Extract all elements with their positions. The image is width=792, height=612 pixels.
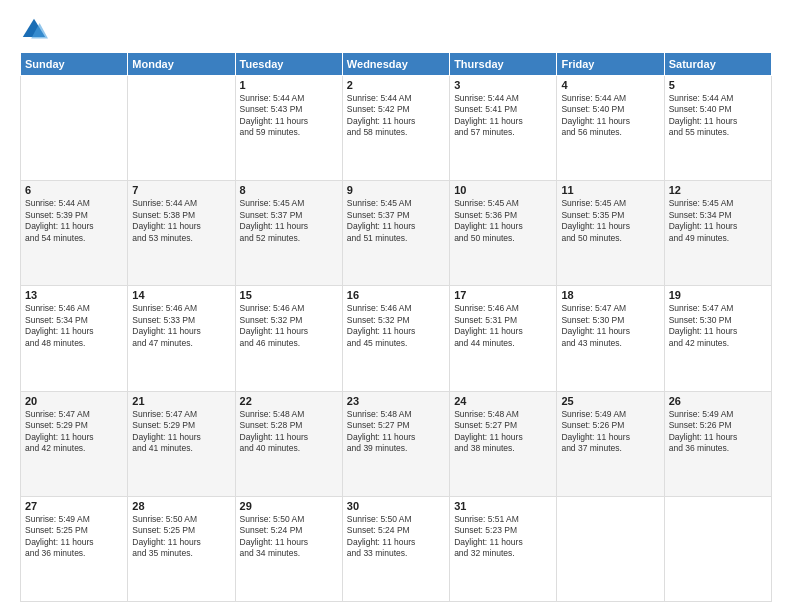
calendar-cell: 9Sunrise: 5:45 AM Sunset: 5:37 PM Daylig…	[342, 181, 449, 286]
day-number: 6	[25, 184, 123, 196]
calendar-cell: 1Sunrise: 5:44 AM Sunset: 5:43 PM Daylig…	[235, 76, 342, 181]
day-number: 19	[669, 289, 767, 301]
calendar-cell: 19Sunrise: 5:47 AM Sunset: 5:30 PM Dayli…	[664, 286, 771, 391]
day-info: Sunrise: 5:47 AM Sunset: 5:30 PM Dayligh…	[669, 303, 767, 349]
day-info: Sunrise: 5:48 AM Sunset: 5:27 PM Dayligh…	[454, 409, 552, 455]
calendar-cell: 27Sunrise: 5:49 AM Sunset: 5:25 PM Dayli…	[21, 496, 128, 601]
day-number: 17	[454, 289, 552, 301]
day-number: 20	[25, 395, 123, 407]
header	[20, 16, 772, 44]
day-info: Sunrise: 5:47 AM Sunset: 5:29 PM Dayligh…	[25, 409, 123, 455]
calendar-cell: 22Sunrise: 5:48 AM Sunset: 5:28 PM Dayli…	[235, 391, 342, 496]
day-number: 29	[240, 500, 338, 512]
calendar-cell: 11Sunrise: 5:45 AM Sunset: 5:35 PM Dayli…	[557, 181, 664, 286]
day-number: 15	[240, 289, 338, 301]
header-wednesday: Wednesday	[342, 53, 449, 76]
calendar-cell	[21, 76, 128, 181]
day-number: 9	[347, 184, 445, 196]
calendar-cell: 3Sunrise: 5:44 AM Sunset: 5:41 PM Daylig…	[450, 76, 557, 181]
day-number: 21	[132, 395, 230, 407]
day-info: Sunrise: 5:44 AM Sunset: 5:42 PM Dayligh…	[347, 93, 445, 139]
day-number: 24	[454, 395, 552, 407]
calendar-cell: 15Sunrise: 5:46 AM Sunset: 5:32 PM Dayli…	[235, 286, 342, 391]
calendar-cell: 2Sunrise: 5:44 AM Sunset: 5:42 PM Daylig…	[342, 76, 449, 181]
calendar-header: SundayMondayTuesdayWednesdayThursdayFrid…	[21, 53, 772, 76]
day-number: 23	[347, 395, 445, 407]
day-number: 30	[347, 500, 445, 512]
day-number: 7	[132, 184, 230, 196]
day-info: Sunrise: 5:45 AM Sunset: 5:37 PM Dayligh…	[240, 198, 338, 244]
day-info: Sunrise: 5:48 AM Sunset: 5:27 PM Dayligh…	[347, 409, 445, 455]
calendar-cell: 7Sunrise: 5:44 AM Sunset: 5:38 PM Daylig…	[128, 181, 235, 286]
header-saturday: Saturday	[664, 53, 771, 76]
day-info: Sunrise: 5:44 AM Sunset: 5:39 PM Dayligh…	[25, 198, 123, 244]
calendar-cell: 21Sunrise: 5:47 AM Sunset: 5:29 PM Dayli…	[128, 391, 235, 496]
day-info: Sunrise: 5:51 AM Sunset: 5:23 PM Dayligh…	[454, 514, 552, 560]
day-number: 22	[240, 395, 338, 407]
header-sunday: Sunday	[21, 53, 128, 76]
day-number: 26	[669, 395, 767, 407]
week-row-1: 6Sunrise: 5:44 AM Sunset: 5:39 PM Daylig…	[21, 181, 772, 286]
day-number: 4	[561, 79, 659, 91]
day-info: Sunrise: 5:45 AM Sunset: 5:37 PM Dayligh…	[347, 198, 445, 244]
day-info: Sunrise: 5:45 AM Sunset: 5:35 PM Dayligh…	[561, 198, 659, 244]
day-info: Sunrise: 5:46 AM Sunset: 5:31 PM Dayligh…	[454, 303, 552, 349]
logo-icon	[20, 16, 48, 44]
calendar-cell	[664, 496, 771, 601]
day-info: Sunrise: 5:46 AM Sunset: 5:32 PM Dayligh…	[347, 303, 445, 349]
day-number: 13	[25, 289, 123, 301]
calendar-cell: 23Sunrise: 5:48 AM Sunset: 5:27 PM Dayli…	[342, 391, 449, 496]
day-number: 25	[561, 395, 659, 407]
calendar-cell	[557, 496, 664, 601]
calendar-cell	[128, 76, 235, 181]
day-number: 12	[669, 184, 767, 196]
day-info: Sunrise: 5:46 AM Sunset: 5:32 PM Dayligh…	[240, 303, 338, 349]
calendar-cell: 5Sunrise: 5:44 AM Sunset: 5:40 PM Daylig…	[664, 76, 771, 181]
day-number: 28	[132, 500, 230, 512]
day-number: 2	[347, 79, 445, 91]
day-number: 5	[669, 79, 767, 91]
day-number: 27	[25, 500, 123, 512]
header-monday: Monday	[128, 53, 235, 76]
calendar-cell: 24Sunrise: 5:48 AM Sunset: 5:27 PM Dayli…	[450, 391, 557, 496]
calendar-cell: 25Sunrise: 5:49 AM Sunset: 5:26 PM Dayli…	[557, 391, 664, 496]
day-info: Sunrise: 5:46 AM Sunset: 5:33 PM Dayligh…	[132, 303, 230, 349]
calendar-table: SundayMondayTuesdayWednesdayThursdayFrid…	[20, 52, 772, 602]
calendar-cell: 20Sunrise: 5:47 AM Sunset: 5:29 PM Dayli…	[21, 391, 128, 496]
calendar-cell: 31Sunrise: 5:51 AM Sunset: 5:23 PM Dayli…	[450, 496, 557, 601]
day-number: 10	[454, 184, 552, 196]
day-info: Sunrise: 5:44 AM Sunset: 5:43 PM Dayligh…	[240, 93, 338, 139]
day-number: 16	[347, 289, 445, 301]
week-row-3: 20Sunrise: 5:47 AM Sunset: 5:29 PM Dayli…	[21, 391, 772, 496]
day-info: Sunrise: 5:50 AM Sunset: 5:25 PM Dayligh…	[132, 514, 230, 560]
calendar-cell: 28Sunrise: 5:50 AM Sunset: 5:25 PM Dayli…	[128, 496, 235, 601]
week-row-2: 13Sunrise: 5:46 AM Sunset: 5:34 PM Dayli…	[21, 286, 772, 391]
day-info: Sunrise: 5:44 AM Sunset: 5:40 PM Dayligh…	[669, 93, 767, 139]
day-number: 31	[454, 500, 552, 512]
week-row-0: 1Sunrise: 5:44 AM Sunset: 5:43 PM Daylig…	[21, 76, 772, 181]
calendar-cell: 10Sunrise: 5:45 AM Sunset: 5:36 PM Dayli…	[450, 181, 557, 286]
day-info: Sunrise: 5:45 AM Sunset: 5:34 PM Dayligh…	[669, 198, 767, 244]
day-info: Sunrise: 5:49 AM Sunset: 5:26 PM Dayligh…	[669, 409, 767, 455]
header-row: SundayMondayTuesdayWednesdayThursdayFrid…	[21, 53, 772, 76]
day-number: 11	[561, 184, 659, 196]
day-info: Sunrise: 5:44 AM Sunset: 5:41 PM Dayligh…	[454, 93, 552, 139]
calendar-cell: 26Sunrise: 5:49 AM Sunset: 5:26 PM Dayli…	[664, 391, 771, 496]
header-friday: Friday	[557, 53, 664, 76]
calendar-cell: 30Sunrise: 5:50 AM Sunset: 5:24 PM Dayli…	[342, 496, 449, 601]
calendar-body: 1Sunrise: 5:44 AM Sunset: 5:43 PM Daylig…	[21, 76, 772, 602]
page: SundayMondayTuesdayWednesdayThursdayFrid…	[0, 0, 792, 612]
calendar-cell: 17Sunrise: 5:46 AM Sunset: 5:31 PM Dayli…	[450, 286, 557, 391]
calendar-cell: 13Sunrise: 5:46 AM Sunset: 5:34 PM Dayli…	[21, 286, 128, 391]
day-info: Sunrise: 5:47 AM Sunset: 5:29 PM Dayligh…	[132, 409, 230, 455]
calendar-cell: 12Sunrise: 5:45 AM Sunset: 5:34 PM Dayli…	[664, 181, 771, 286]
day-info: Sunrise: 5:49 AM Sunset: 5:26 PM Dayligh…	[561, 409, 659, 455]
day-number: 18	[561, 289, 659, 301]
day-number: 3	[454, 79, 552, 91]
logo	[20, 16, 52, 44]
day-number: 1	[240, 79, 338, 91]
day-info: Sunrise: 5:50 AM Sunset: 5:24 PM Dayligh…	[240, 514, 338, 560]
calendar-cell: 4Sunrise: 5:44 AM Sunset: 5:40 PM Daylig…	[557, 76, 664, 181]
week-row-4: 27Sunrise: 5:49 AM Sunset: 5:25 PM Dayli…	[21, 496, 772, 601]
calendar-cell: 8Sunrise: 5:45 AM Sunset: 5:37 PM Daylig…	[235, 181, 342, 286]
